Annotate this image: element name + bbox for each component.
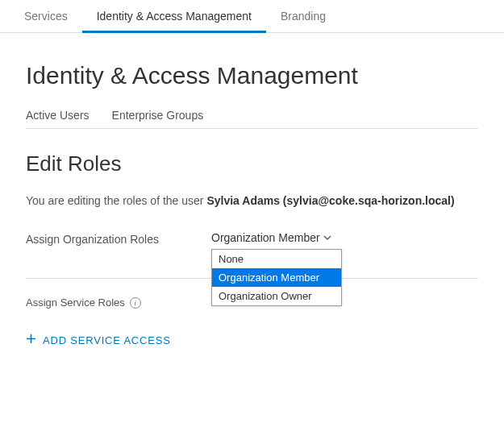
top-tabs: Services Identity & Access Management Br… (0, 0, 504, 33)
tab-branding[interactable]: Branding (266, 0, 340, 33)
sub-tab-active-users[interactable]: Active Users (26, 104, 90, 128)
content-area: Identity & Access Management Active User… (0, 33, 504, 363)
org-roles-selected: Organization Member (211, 231, 320, 244)
tab-services[interactable]: Services (10, 0, 82, 33)
user-display: Sylvia Adams (sylvia@coke.sqa-horizon.lo… (206, 194, 454, 207)
org-roles-row: Assign Organization Roles Organization M… (26, 231, 478, 279)
org-roles-dropdown: Organization Member None Organization Me… (211, 231, 331, 244)
org-role-option-owner[interactable]: Organization Owner (212, 287, 341, 305)
service-roles-label: Assign Service Roles (26, 296, 125, 309)
add-service-access-label: ADD SERVICE ACCESS (43, 334, 171, 346)
org-role-option-none[interactable]: None (212, 250, 341, 268)
org-roles-label: Assign Organization Roles (26, 231, 211, 246)
org-role-option-member[interactable]: Organization Member (212, 268, 341, 287)
sub-tabs: Active Users Enterprise Groups (26, 104, 478, 129)
edit-description: You are editing the roles of the user Sy… (26, 194, 478, 207)
tab-identity-access[interactable]: Identity & Access Management (82, 0, 266, 33)
desc-prefix: You are editing the roles of the user (26, 194, 206, 207)
section-title: Edit Roles (26, 151, 478, 176)
chevron-down-icon (323, 231, 331, 244)
plus-icon (26, 334, 36, 346)
add-service-access-button[interactable]: ADD SERVICE ACCESS (26, 334, 171, 346)
page-title: Identity & Access Management (26, 62, 478, 89)
info-icon[interactable]: i (130, 297, 141, 309)
org-roles-menu: None Organization Member Organization Ow… (211, 249, 342, 306)
sub-tab-enterprise-groups[interactable]: Enterprise Groups (112, 104, 204, 128)
org-roles-trigger[interactable]: Organization Member (211, 231, 331, 244)
